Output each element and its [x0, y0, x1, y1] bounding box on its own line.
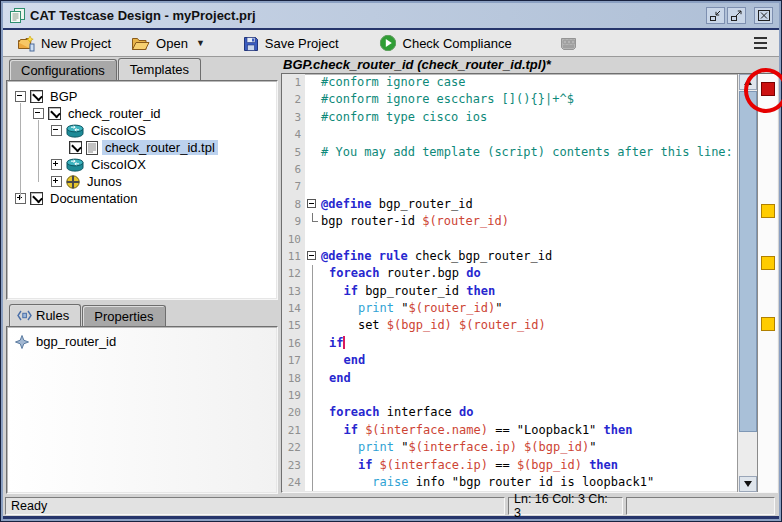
check-compliance-icon	[379, 34, 397, 52]
tree-expander-icon[interactable]	[51, 159, 62, 170]
error-marker[interactable]	[761, 82, 775, 96]
code-line[interactable]: 6	[282, 161, 737, 178]
code-text: @define bgp_router_id	[321, 196, 473, 213]
code-text: if $(interface.ip) == $(bgp_id) then	[321, 457, 618, 474]
cso-icon	[558, 35, 579, 51]
tree-item-check-router-id-tpl[interactable]: check_router_id.tpl	[7, 139, 277, 156]
fold-gutter	[305, 178, 321, 195]
tab-configurations[interactable]: Configurations	[9, 59, 117, 82]
tree-item-junos[interactable]: Junos	[7, 173, 277, 190]
code-line[interactable]: 19	[282, 387, 737, 404]
code-line[interactable]: 3#conform type cisco ios	[282, 109, 737, 126]
tree-item-documentation[interactable]: Documentation	[7, 190, 277, 207]
code-line[interactable]: 24 raise info "bgp router id is loopback…	[282, 474, 737, 491]
close-icon[interactable]	[754, 7, 773, 24]
open-button[interactable]: Open ▼	[125, 34, 211, 53]
tree-expander-icon[interactable]	[15, 91, 26, 102]
vertical-scrollbar[interactable]	[737, 74, 758, 492]
toolbar: New Project Open ▼ Save Project	[3, 30, 779, 57]
open-dropdown-arrow-icon[interactable]: ▼	[196, 38, 205, 48]
line-number: 8	[282, 196, 305, 213]
code-text: if	[321, 335, 345, 352]
tree-item-label: CiscoIOS	[88, 123, 149, 138]
left-tab-strip: ConfigurationsTemplates	[9, 58, 202, 82]
code-line[interactable]: 23 if $(interface.ip) == $(bgp_id) then	[282, 457, 737, 474]
code-line[interactable]: 10	[282, 231, 737, 248]
fold-marker-icon[interactable]	[305, 248, 321, 265]
code-line[interactable]: 12foreach router.bgp do	[282, 265, 737, 282]
code-line[interactable]: 16if	[282, 335, 737, 352]
tab-templates[interactable]: Templates	[118, 58, 201, 82]
menu-icon[interactable]	[754, 37, 767, 49]
code-line[interactable]: 8@define bgp_router_id	[282, 196, 737, 213]
title-bar: CAT Testcase Design - myProject.prj	[3, 3, 779, 30]
code-area[interactable]: 1#conform ignore case2#conform ignore es…	[282, 74, 737, 492]
tree-item-label: Documentation	[47, 191, 140, 206]
line-number: 2	[282, 91, 305, 108]
warning-marker[interactable]	[761, 204, 775, 218]
fold-gutter	[305, 265, 321, 282]
code-text: #conform ignore escchars [](){}|+^$	[321, 91, 574, 108]
titlebar-texture	[264, 7, 698, 24]
code-line[interactable]: 2#conform ignore escchars [](){}|+^$	[282, 91, 737, 108]
code-line[interactable]: 4	[282, 126, 737, 143]
line-number: 18	[282, 370, 305, 387]
fold-gutter	[305, 283, 321, 300]
tab-properties[interactable]: Properties	[82, 305, 165, 328]
code-line[interactable]: 17 end	[282, 352, 737, 369]
save-icon	[243, 35, 259, 51]
code-line[interactable]: 9bgp router-id $(router_id)	[282, 213, 737, 230]
marker-stripe[interactable]	[757, 74, 777, 492]
maximize-icon[interactable]	[727, 7, 746, 24]
warning-marker[interactable]	[761, 256, 775, 270]
fold-marker-icon[interactable]	[305, 196, 321, 213]
code-line[interactable]: 22 print "$(interface.ip) $(bgp_id)"	[282, 439, 737, 456]
tree-expander-icon[interactable]	[51, 176, 62, 187]
fold-gutter	[305, 74, 321, 91]
code-text: end	[321, 352, 365, 369]
code-line[interactable]: 11@define rule check_bgp_router_id	[282, 248, 737, 265]
warning-marker[interactable]	[761, 317, 775, 331]
text-caret	[343, 336, 345, 349]
minimize-icon[interactable]	[706, 7, 725, 24]
tree-item-check-router-id[interactable]: check_router_id	[7, 105, 277, 122]
scrollbar-thumb[interactable]	[739, 91, 757, 432]
tab-rules[interactable]: Rules	[9, 304, 81, 328]
code-line[interactable]: 21 if $(interface.name) == "Loopback1" t…	[282, 422, 737, 439]
templates-tree[interactable]: BGPcheck_router_idCiscoIOScheck_router_i…	[6, 80, 278, 300]
line-number: 10	[282, 231, 305, 248]
code-line[interactable]: 18end	[282, 370, 737, 387]
code-line[interactable]: 1#conform ignore case	[282, 74, 737, 91]
rule-item-label: bgp_router_id	[33, 334, 119, 349]
code-editor[interactable]: 1#conform ignore case2#conform ignore es…	[281, 73, 778, 493]
tree-checkbox[interactable]	[48, 107, 61, 120]
tree-checkbox[interactable]	[30, 192, 43, 205]
code-text: raise info "bgp router id is loopback1"	[321, 474, 654, 491]
code-line[interactable]: 14 print "$(router_id)"	[282, 300, 737, 317]
check-compliance-button[interactable]: Check Compliance	[373, 32, 518, 54]
code-line[interactable]: 5# You may add template (script) content…	[282, 144, 737, 161]
new-project-button[interactable]: New Project	[11, 33, 117, 54]
tree-item-bgp[interactable]: BGP	[7, 88, 277, 105]
code-line[interactable]: 7	[282, 178, 737, 195]
scroll-up-button[interactable]	[739, 74, 757, 90]
scroll-down-button[interactable]	[739, 476, 757, 492]
tree-expander-icon[interactable]	[51, 125, 62, 136]
tree-checkbox[interactable]	[69, 141, 82, 154]
app-icon[interactable]	[9, 7, 26, 24]
tree-item-ciscoiox[interactable]: CiscoIOX	[7, 156, 277, 173]
fold-gutter	[305, 317, 321, 334]
code-line[interactable]: 20foreach interface do	[282, 404, 737, 421]
cso-button-disabled[interactable]	[552, 33, 585, 53]
rules-list[interactable]: bgp_router_id	[6, 326, 278, 494]
fold-gutter	[305, 370, 321, 387]
code-line[interactable]: 13 if bgp_router_id then	[282, 283, 737, 300]
tree-item-ciscoios[interactable]: CiscoIOS	[7, 122, 277, 139]
save-project-button[interactable]: Save Project	[237, 33, 345, 53]
line-number: 24	[282, 474, 305, 491]
code-line[interactable]: 15 set $(bgp_id) $(router_id)	[282, 317, 737, 334]
tree-expander-icon[interactable]	[33, 108, 44, 119]
fold-gutter	[305, 335, 321, 352]
rule-item-bgp_router_id[interactable]: bgp_router_id	[7, 333, 277, 350]
tree-checkbox[interactable]	[30, 90, 43, 103]
